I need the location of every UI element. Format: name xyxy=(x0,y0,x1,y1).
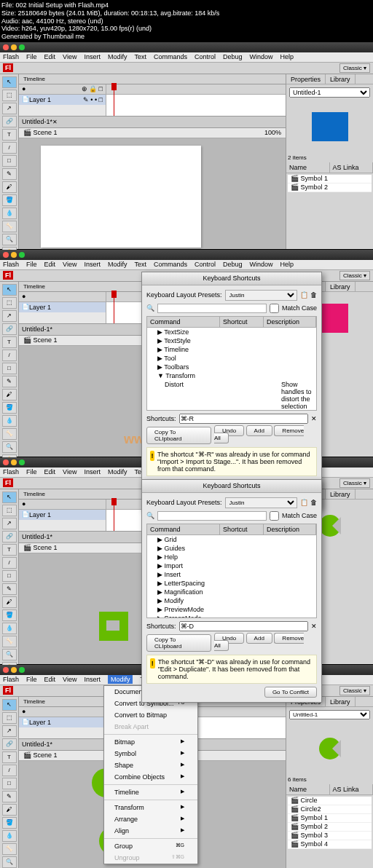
scene-name[interactable]: 🎬 Scene 1 xyxy=(23,544,58,551)
command-row[interactable]: ▶ Tool xyxy=(147,354,316,363)
menu-edit[interactable]: Edit xyxy=(44,53,56,60)
lib-item[interactable]: 🎬 Circle xyxy=(288,797,372,805)
menu-edit[interactable]: Edit xyxy=(44,468,56,476)
tool-6[interactable]: □ xyxy=(2,778,17,789)
lib-item[interactable]: 🎬 Symbol 1 xyxy=(288,814,372,823)
library-doc-select[interactable]: Untitled-1 xyxy=(289,710,370,719)
tool-6[interactable]: □ xyxy=(2,363,17,374)
tool-5[interactable]: / xyxy=(2,350,17,361)
menu-view[interactable]: View xyxy=(63,53,76,60)
tool-3[interactable]: 🔗 xyxy=(2,738,17,750)
layer-row[interactable]: 📄 Layer 1 xyxy=(19,717,106,727)
tool-3[interactable]: 🔗 xyxy=(2,116,17,127)
zoom-level[interactable]: 100% xyxy=(264,129,281,136)
add-button[interactable]: Add xyxy=(246,425,272,436)
menu-modify[interactable]: Modify xyxy=(108,53,127,60)
close-icon[interactable] xyxy=(3,252,9,258)
command-row[interactable]: DistortShow handles to distort the selec… xyxy=(147,380,316,411)
shortcut-input[interactable] xyxy=(179,414,308,424)
menu-window[interactable]: Window xyxy=(250,53,273,60)
tool-2[interactable]: ↗ xyxy=(2,518,17,529)
menu-modify[interactable]: Modify xyxy=(108,261,127,268)
minimize-icon[interactable] xyxy=(11,667,17,673)
menu-file[interactable]: File xyxy=(26,261,37,268)
command-row[interactable]: ▶ TextStyle xyxy=(147,336,316,345)
menu-debug[interactable]: Debug xyxy=(223,53,243,60)
tool-10[interactable]: 💧 xyxy=(2,415,17,427)
commands-table[interactable]: CommandShortcutDescription ▶ TextSize▶ T… xyxy=(146,316,317,411)
close-icon[interactable] xyxy=(3,459,9,465)
commands-table[interactable]: CommandShortcutDescription ▶ Grid▶ Guide… xyxy=(146,524,317,618)
menu-flash[interactable]: Flash xyxy=(3,676,19,683)
match-case-checkbox[interactable] xyxy=(270,304,279,313)
lib-item[interactable]: 🎬 Symbol 3 xyxy=(288,832,372,840)
command-row[interactable]: ▶ Magnification xyxy=(147,588,316,596)
tool-0[interactable]: ↖ xyxy=(2,492,17,503)
workspace-switcher[interactable]: Classic ▾ xyxy=(339,478,370,488)
lib-item[interactable]: 🎬 Circle2 xyxy=(288,805,372,814)
copy-clipboard-button[interactable]: Copy To CLIpboard xyxy=(146,634,211,652)
search-input[interactable] xyxy=(157,511,267,521)
tab-library[interactable]: Library xyxy=(326,74,356,84)
menu-file[interactable]: File xyxy=(26,53,37,60)
menu-text[interactable]: Text xyxy=(134,53,146,60)
command-row[interactable]: ▶ Guides xyxy=(147,544,316,553)
menu-help[interactable]: Help xyxy=(280,261,294,268)
lib-item[interactable]: 🎬 Symbol 2 xyxy=(288,184,372,192)
menu-window[interactable]: Window xyxy=(250,261,273,268)
lib-col-linkage[interactable]: AS Linka xyxy=(330,162,374,173)
menu-modify[interactable]: Modify xyxy=(108,468,127,476)
tool-1[interactable]: ⬚ xyxy=(2,297,17,309)
menu-item-group[interactable]: Group⌘G xyxy=(104,840,197,852)
menu-item-transform[interactable]: Transform▶ xyxy=(104,802,197,813)
maximize-icon[interactable] xyxy=(19,667,25,673)
menu-file[interactable]: File xyxy=(26,468,37,476)
command-row[interactable]: ▶ Timeline xyxy=(147,345,316,354)
menu-help[interactable]: Help xyxy=(280,53,294,60)
scene-name[interactable]: 🎬 Scene 1 xyxy=(23,751,58,759)
tool-8[interactable]: 🖌 xyxy=(2,181,17,193)
tool-2[interactable]: ↗ xyxy=(2,103,17,114)
command-row[interactable]: ▶ Modify xyxy=(147,596,316,605)
document-tab[interactable]: Untitled-1* xyxy=(22,741,52,748)
document-tab[interactable]: Untitled-1* xyxy=(22,533,52,540)
tool-5[interactable]: / xyxy=(2,557,17,569)
tool-4[interactable]: T xyxy=(2,544,17,556)
tool-11[interactable]: 🦴 xyxy=(2,636,17,647)
menu-view[interactable]: View xyxy=(63,468,76,476)
tool-8[interactable]: 🖌 xyxy=(2,596,17,608)
menu-insert[interactable]: Insert xyxy=(84,261,101,268)
library-doc-select[interactable]: Untitled-1 xyxy=(289,87,370,98)
maximize-icon[interactable] xyxy=(19,252,25,258)
canvas-stage[interactable] xyxy=(41,146,201,248)
command-row[interactable]: ▼ Transform xyxy=(147,371,316,380)
menu-flash[interactable]: Flash xyxy=(3,468,19,476)
menu-item-combine-objects[interactable]: Combine Objects▶ xyxy=(104,771,197,783)
goto-conflict-button[interactable]: Go To Conflict xyxy=(264,687,317,698)
menu-insert[interactable]: Insert xyxy=(84,468,101,476)
menu-view[interactable]: View xyxy=(63,676,76,683)
tool-3[interactable]: 🔗 xyxy=(2,531,17,542)
playhead[interactable] xyxy=(114,84,114,116)
tool-11[interactable]: 🦴 xyxy=(2,428,17,440)
menu-item-symbol[interactable]: Symbol▶ xyxy=(104,748,197,760)
tool-9[interactable]: 🪣 xyxy=(2,817,17,829)
tool-0[interactable]: ↖ xyxy=(2,699,17,711)
layer-row[interactable]: 📄 Layer 1 xyxy=(19,302,106,312)
menu-file[interactable]: File xyxy=(26,676,37,683)
tool-3[interactable]: 🔗 xyxy=(2,323,17,335)
menu-control[interactable]: Control xyxy=(195,53,216,60)
menu-text[interactable]: Text xyxy=(134,261,146,268)
tool-5[interactable]: / xyxy=(2,142,17,154)
tab-library[interactable]: Library xyxy=(326,489,356,499)
minimize-icon[interactable] xyxy=(11,252,17,258)
command-row[interactable]: ▶ Insert xyxy=(147,570,316,579)
tool-7[interactable]: ✎ xyxy=(2,791,17,802)
lib-item[interactable]: 🎬 Symbol 1 xyxy=(288,175,372,184)
copy-clipboard-button[interactable]: Copy To CLIpboard xyxy=(146,427,211,444)
tool-2[interactable]: ↗ xyxy=(2,725,17,737)
shortcut-input[interactable] xyxy=(179,621,308,631)
tool-10[interactable]: 💧 xyxy=(2,623,17,634)
close-icon[interactable] xyxy=(3,667,9,673)
tool-7[interactable]: ✎ xyxy=(2,168,17,180)
